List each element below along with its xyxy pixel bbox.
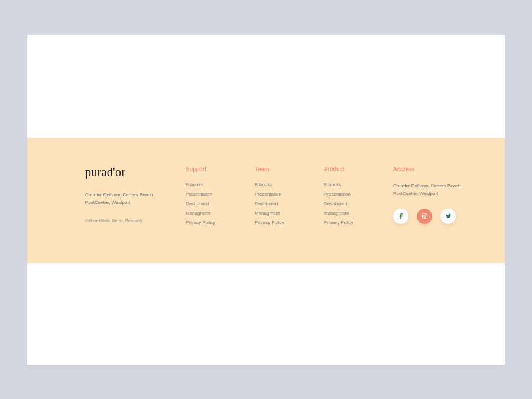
brand-maker: ©Muse+Meta, Berlin, Germany xyxy=(85,219,186,223)
team-link-privacy[interactable]: Privacy Policy xyxy=(255,220,324,225)
facebook-icon xyxy=(398,213,404,219)
support-link-managment[interactable]: Managment xyxy=(186,210,255,216)
address-line1: Counter Delivery, Carters Beach xyxy=(393,182,479,190)
support-link-dashboard[interactable]: Dashboard xyxy=(186,201,255,206)
svg-rect-0 xyxy=(422,214,427,219)
brand-address: Counter Delivery, Carters Beach PostCent… xyxy=(85,191,186,207)
product-column: Product E-books Presentation Dashboard M… xyxy=(324,166,393,263)
address-heading: Address xyxy=(393,166,479,173)
product-link-managment[interactable]: Managment xyxy=(324,210,393,216)
social-instagram[interactable] xyxy=(417,209,432,224)
product-link-privacy[interactable]: Privacy Policy xyxy=(324,220,393,225)
product-link-presentation[interactable]: Presentation xyxy=(324,192,393,197)
brand-logo-part-a: pura xyxy=(85,166,107,179)
support-heading: Support xyxy=(186,166,255,173)
brand-logo: purad'or xyxy=(85,166,186,178)
svg-point-2 xyxy=(426,215,426,215)
team-column: Team E-books Presentation Dashboard Mana… xyxy=(255,166,324,263)
address-text: Counter Delivery, Carters Beach PostCent… xyxy=(393,182,479,198)
team-heading: Team xyxy=(255,166,324,173)
product-link-ebooks[interactable]: E-books xyxy=(324,182,393,187)
brand-column: purad'or Counter Delivery, Carters Beach… xyxy=(85,166,186,263)
team-link-dashboard[interactable]: Dashboard xyxy=(255,201,324,206)
support-column: Support E-books Presentation Dashboard M… xyxy=(186,166,255,263)
social-links xyxy=(393,209,479,224)
product-heading: Product xyxy=(324,166,393,173)
address-column: Address Counter Delivery, Carters Beach … xyxy=(393,166,479,263)
brand-logo-part-b: d'or xyxy=(107,166,125,179)
team-link-ebooks[interactable]: E-books xyxy=(255,182,324,187)
support-link-privacy[interactable]: Privacy Policy xyxy=(186,220,255,225)
footer: purad'or Counter Delivery, Carters Beach… xyxy=(27,138,505,263)
team-link-managment[interactable]: Managment xyxy=(255,210,324,216)
support-link-ebooks[interactable]: E-books xyxy=(186,182,255,187)
address-line2: PostCentre, Westport xyxy=(393,190,479,198)
brand-address-line1: Counter Delivery, Carters Beach xyxy=(85,191,186,199)
brand-address-line2: PostCentre, Westport xyxy=(85,199,186,207)
social-twitter[interactable] xyxy=(440,209,456,224)
twitter-icon xyxy=(445,213,452,219)
page-card: purad'or Counter Delivery, Carters Beach… xyxy=(27,35,505,365)
support-link-presentation[interactable]: Presentation xyxy=(186,192,255,197)
product-link-dashboard[interactable]: Dashboard xyxy=(324,201,393,206)
social-facebook[interactable] xyxy=(393,209,408,224)
instagram-icon xyxy=(421,213,428,219)
team-link-presentation[interactable]: Presentation xyxy=(255,192,324,197)
svg-point-1 xyxy=(423,215,426,218)
